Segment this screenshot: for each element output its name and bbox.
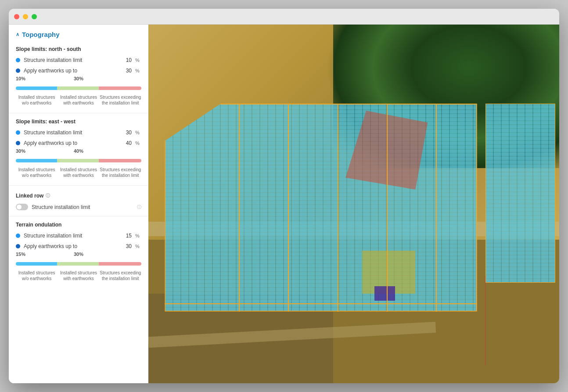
- ew-legend-2: Installed structures with earthworks: [58, 167, 99, 178]
- ns-earth-label: Apply earthworks up to: [24, 68, 118, 74]
- orange-line-2: [288, 104, 289, 312]
- ns-gradient-bar: [16, 86, 141, 90]
- linked-row-info-icon[interactable]: ⓘ: [46, 193, 50, 199]
- title-bar: [9, 9, 559, 25]
- map-background: [148, 25, 559, 383]
- terrain-pct-1: 15%: [16, 252, 58, 257]
- ns-struct-unit: %: [135, 58, 141, 63]
- divider-1: [9, 113, 148, 113]
- ns-struct-value[interactable]: 10: [121, 57, 132, 63]
- linked-row-toggle[interactable]: [16, 204, 28, 210]
- terrain-bar-container: [9, 258, 148, 267]
- terrain-struct-unit: %: [135, 233, 141, 238]
- ew-struct-label: Structure installation limit: [24, 129, 118, 136]
- ew-struct-dot: [16, 130, 20, 135]
- orange-line-4: [387, 104, 388, 312]
- ns-struct-dot: [16, 58, 20, 62]
- terrain-legend: Installed structures w/o earthworks Inst…: [9, 267, 148, 287]
- orange-line-3: [338, 104, 338, 312]
- section-title: Topography: [22, 31, 60, 38]
- sidebar: ∧ Topography Slope limits: north - south…: [9, 25, 148, 383]
- terrain-title: Terrain ondulation: [9, 218, 148, 230]
- ns-bar-container: [9, 82, 148, 92]
- terrain-legend-2: Installed structures with earthworks: [58, 270, 99, 281]
- collapse-icon: ∧: [16, 32, 19, 37]
- ns-section: Slope limits: north - south Structure in…: [9, 43, 148, 111]
- ew-bar-container: [9, 155, 148, 164]
- ns-pct-2: 30%: [58, 76, 99, 81]
- toggle-knob: [17, 205, 22, 209]
- maximize-button[interactable]: [32, 14, 37, 19]
- divider-3: [9, 216, 148, 216]
- terrain-earth-unit: %: [135, 244, 141, 249]
- linked-row-title: Linked row ⓘ: [9, 189, 148, 201]
- ns-legend-1: Installed structures w/o earthworks: [16, 94, 58, 106]
- ns-legend-3: Structures exceeding the installation li…: [100, 94, 141, 106]
- ew-pct-1: 30%: [16, 148, 58, 154]
- ew-legend-1: Installed structures w/o earthworks: [16, 167, 58, 178]
- terrain-struct-value[interactable]: 15: [121, 233, 132, 239]
- ew-struct-unit: %: [135, 130, 141, 135]
- linked-row-field: Structure installation limit ⓘ: [9, 201, 148, 212]
- ns-earth-value[interactable]: 30: [121, 68, 132, 74]
- terrain-struct-label: Structure installation limit: [24, 233, 118, 239]
- ns-struct-label: Structure installation limit: [24, 57, 118, 63]
- terrain-section: Terrain ondulation Structure installatio…: [9, 218, 148, 287]
- linked-row-section: Linked row ⓘ Structure installation limi…: [9, 187, 148, 214]
- terrain-struct-dot: [16, 234, 20, 238]
- ew-legend-3: Structures exceeding the installation li…: [100, 167, 141, 178]
- ew-earth-dot: [16, 141, 20, 145]
- terrain-earth-value[interactable]: 30: [121, 243, 132, 249]
- solar-panels-right: [485, 104, 555, 283]
- ew-title: Slope limits: east - west: [9, 115, 148, 127]
- linked-row-label: Structure installation limit: [32, 204, 133, 210]
- ns-pct-1: 10%: [16, 76, 58, 81]
- ns-earth-unit: %: [135, 68, 141, 73]
- orange-line-5: [436, 104, 437, 312]
- linked-row-field-info-icon[interactable]: ⓘ: [137, 204, 141, 210]
- main-content: ∧ Topography Slope limits: north - south…: [9, 25, 559, 383]
- minimize-button[interactable]: [23, 14, 28, 19]
- orange-border-bottom: [165, 303, 477, 304]
- terrain-legend-3: Structures exceeding the installation li…: [100, 270, 141, 281]
- ew-pct-labels: 30% 40%: [9, 148, 148, 154]
- ew-gradient-bar: [16, 159, 141, 162]
- terrain-legend-1: Installed structures w/o earthworks: [16, 270, 58, 281]
- ns-title: Slope limits: north - south: [9, 43, 148, 55]
- ew-earth-label: Apply earthworks up to: [24, 140, 118, 146]
- terrain-pct-2: 30%: [58, 252, 99, 257]
- ew-struct-row: Structure installation limit 30 %: [9, 127, 148, 138]
- terrain-struct-row: Structure installation limit 15 %: [9, 230, 148, 241]
- terrain-gradient-bar: [16, 262, 141, 266]
- topography-section-header[interactable]: ∧ Topography: [9, 25, 148, 43]
- solar-panels-main: [165, 104, 477, 312]
- ew-section: Slope limits: east - west Structure inst…: [9, 115, 148, 183]
- ns-earth-dot: [16, 68, 20, 73]
- ns-legend-2: Installed structures with earthworks: [58, 94, 99, 106]
- terrain-pct-labels: 15% 30%: [9, 252, 148, 257]
- close-button[interactable]: [14, 14, 19, 19]
- terrain-earth-row: Apply earthworks up to 30 %: [9, 241, 148, 252]
- terrain-earth-dot: [16, 244, 20, 248]
- ew-earth-value[interactable]: 40: [121, 140, 132, 146]
- orange-line-1: [239, 104, 240, 312]
- ns-pct-labels: 10% 30%: [9, 76, 148, 81]
- map-area[interactable]: [148, 25, 559, 383]
- ew-pct-2: 40%: [58, 148, 99, 154]
- ew-earth-row: Apply earthworks up to 40 %: [9, 138, 148, 148]
- ew-struct-value[interactable]: 30: [121, 129, 132, 136]
- purple-zone: [374, 286, 395, 301]
- ns-struct-row: Structure installation limit 10 %: [9, 55, 148, 65]
- red-line: [485, 276, 485, 365]
- divider-2: [9, 185, 148, 186]
- ew-legend: Installed structures w/o earthworks Inst…: [9, 164, 148, 183]
- ns-legend: Installed structures w/o earthworks Inst…: [9, 92, 148, 111]
- ew-earth-unit: %: [135, 140, 141, 146]
- ns-earth-row: Apply earthworks up to 30 %: [9, 65, 148, 76]
- terrain-earth-label: Apply earthworks up to: [24, 243, 118, 249]
- app-window: ∧ Topography Slope limits: north - south…: [9, 9, 559, 383]
